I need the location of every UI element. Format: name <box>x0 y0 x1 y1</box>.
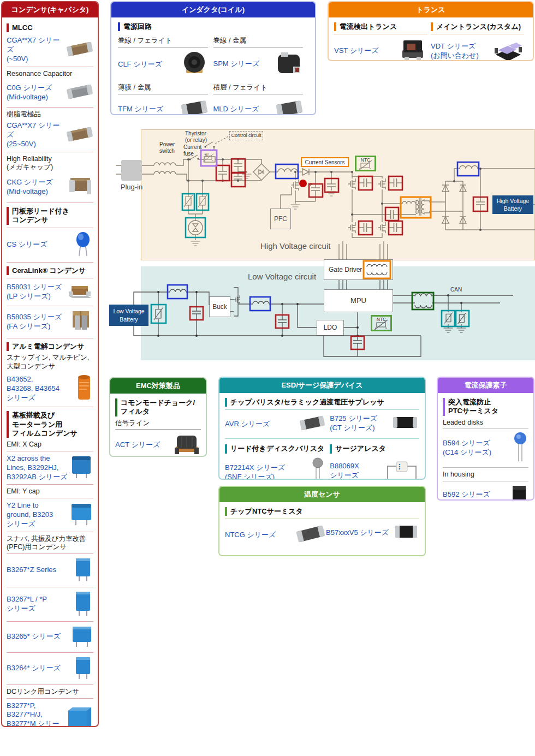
mlcc-gray-chip-image[interactable] <box>66 81 93 104</box>
link-b57xxxv5-series[interactable]: B57xxxV5 シリーズ <box>326 528 389 538</box>
divider <box>225 519 419 519</box>
divider <box>225 409 419 410</box>
list-item: B3264* シリーズ <box>7 654 93 683</box>
link-x2-b3292[interactable]: X2 across the Lines, B3292HJ, B3292AB シリ… <box>7 454 67 482</box>
link-b594-series[interactable]: B594 シリーズ (C14 シリーズ) <box>443 439 491 457</box>
surge-arrester-image[interactable] <box>384 457 419 480</box>
capacitors-panel-title: コンデンサ(キャパシタ) <box>2 2 98 17</box>
b725-varistor-image[interactable] <box>391 414 419 433</box>
divider <box>7 407 93 407</box>
list-item: B58035 シリーズ (FA シリーズ) <box>7 308 93 336</box>
link-ckg[interactable]: CKG シリーズ (Mid-voltage) <box>7 178 53 197</box>
aluminum-capacitor-image[interactable] <box>75 373 93 404</box>
label-thinfilm-metal: 薄膜 / 金属 <box>118 84 208 92</box>
transformers-panel: トランス 電流検出トランス VST シリーズ メイントランス(カスタム) VDT… <box>328 1 534 61</box>
tfm-inductor-image[interactable] <box>181 97 208 116</box>
mlcc-chip-image[interactable] <box>66 38 93 62</box>
label-snubber-pfc: スナバ, 共振及び力率改善 (PFC)用コンデンサ <box>7 535 93 552</box>
divider <box>7 338 93 338</box>
esd-panel: ESD/サージ保護デバイス チップバリスタ/セラミック過渡電圧サプレッサ AVR… <box>218 377 426 480</box>
link-b3277[interactable]: B3277*P, B3277*H/J, B3277*M シリーズ <box>7 701 65 727</box>
film-capacitor-image[interactable] <box>70 624 93 650</box>
disc-capacitor-image[interactable] <box>72 231 93 259</box>
section-chip-ntc: チップNTCサーミスタ <box>225 507 419 516</box>
link-b592-series[interactable]: B592 シリーズ (J2 シリーズ) <box>443 490 490 501</box>
link-tfm-series[interactable]: TFM シリーズ <box>118 105 163 114</box>
film-capacitor-image[interactable] <box>73 656 93 682</box>
mld-inductor-image[interactable] <box>276 97 303 116</box>
link-b72214x[interactable]: B72214X シリーズ (SNF シリーズ) <box>225 463 285 480</box>
link-b3264[interactable]: B3264* シリーズ <box>7 664 61 673</box>
mlcc-chip-image[interactable] <box>66 123 93 147</box>
link-cga-x7-50v[interactable]: CGA**X7 シリーズ (~50V) <box>7 36 66 64</box>
section-ceralink: CeraLink® コンデンサ <box>7 266 93 275</box>
link-b725-series[interactable]: B725 シリーズ (CT シリーズ) <box>330 414 377 433</box>
spm-inductor-image[interactable] <box>275 50 303 79</box>
film-capacitor-large-image[interactable] <box>65 705 93 727</box>
label-wound-ferrite: 巻線 / フェライト <box>118 37 208 45</box>
act-choke-image[interactable] <box>173 432 201 457</box>
link-avr-series[interactable]: AVR シリーズ <box>225 420 270 429</box>
film-capacitor-image[interactable] <box>69 502 93 528</box>
film-capacitor-image[interactable] <box>73 590 93 618</box>
disk-varistor-image[interactable] <box>310 457 325 480</box>
vdt-transformer-image[interactable] <box>492 37 524 61</box>
divider <box>7 652 93 653</box>
link-c0g[interactable]: C0G シリーズ (Mid-voltage) <box>7 84 52 102</box>
ceralink-lp-image[interactable] <box>66 282 93 302</box>
link-clf-series[interactable]: CLF シリーズ <box>118 60 162 69</box>
vst-transformer-image[interactable] <box>398 37 427 61</box>
avr-chip-image[interactable] <box>299 413 325 436</box>
b592-housing-image[interactable] <box>510 484 528 501</box>
label-signal-line: 信号ライン <box>115 419 201 428</box>
link-ntcg-series[interactable]: NTCG シリーズ <box>225 531 276 540</box>
label-resin-electrode: 樹脂電極品 <box>7 110 93 119</box>
divider <box>443 428 528 429</box>
link-vst-series[interactable]: VST シリーズ <box>334 46 379 56</box>
inductors-panel-title: インダクタ(コイル) <box>111 2 315 17</box>
link-b58035[interactable]: B58035 シリーズ (FA シリーズ) <box>7 313 62 331</box>
high-voltage-battery-label: High Voltage Battery <box>497 197 530 212</box>
divider <box>334 34 427 34</box>
b57-ntc-image[interactable] <box>393 523 419 543</box>
divider <box>7 698 93 699</box>
link-b58031[interactable]: B58031 シリーズ (LP シリーズ) <box>7 283 62 301</box>
film-capacitor-image[interactable] <box>73 557 93 584</box>
ckg-chip-image[interactable] <box>66 175 93 200</box>
link-spm-series[interactable]: SPM シリーズ <box>213 59 260 69</box>
link-b3265[interactable]: B3265* シリーズ <box>7 632 61 641</box>
link-b3267l-p[interactable]: B3267*L / *P シリーズ <box>7 595 47 614</box>
divider <box>7 684 93 685</box>
label-wound-metal: 巻線 / 金属 <box>213 37 304 45</box>
link-vdt-series[interactable]: VDT シリーズ (お問い合わせ) <box>431 42 479 61</box>
emc-panel: EMC対策製品 コモンモードチョーク/ フィルタ 信号ライン ACT シリーズ <box>109 377 207 457</box>
link-cs-series[interactable]: CS シリーズ <box>7 240 47 249</box>
b594-disk-image[interactable] <box>512 432 528 465</box>
thermal-mark-label: +t° <box>204 153 209 157</box>
divider <box>7 262 93 263</box>
ntcg-chip-image[interactable] <box>295 522 326 548</box>
product-selection-page: コンデンサ(キャパシタ) MLCC CGA**X7 シリーズ (~50V) Re… <box>0 0 535 756</box>
link-b88069x[interactable]: B88069X シリーズ <box>330 462 359 480</box>
film-capacitor-image[interactable] <box>69 454 93 481</box>
ldo-box: LDO <box>317 320 344 336</box>
list-item: B3267*L / *P シリーズ <box>7 589 93 620</box>
link-mld-series[interactable]: MLD シリーズ <box>213 105 259 114</box>
section-leaded-disk-varistor: リード付きディスクバリスタ <box>225 444 325 453</box>
list-item: Y2 Line to ground, B3203 シリーズ <box>7 500 93 530</box>
link-y2-b3203[interactable]: Y2 Line to ground, B3203 シリーズ <box>7 501 53 529</box>
section-power-circuit: 電源回路 <box>118 22 308 31</box>
ceralink-fa-image[interactable] <box>68 309 93 335</box>
section-main-transformer: メイントランス(カスタム) <box>431 22 524 31</box>
clf-inductor-image[interactable] <box>180 50 208 80</box>
link-cga-x7-25-50v[interactable]: CGA**X7 シリーズ (25~50V) <box>7 121 66 149</box>
plug-in-label: Plug-in <box>115 183 148 192</box>
divider <box>225 438 419 439</box>
link-b3267z[interactable]: B3267*Z Series <box>7 565 56 575</box>
link-b43652[interactable]: B43652, B43268, B43654 シリーズ <box>7 375 60 403</box>
link-act-series[interactable]: ACT シリーズ <box>115 440 160 450</box>
divider <box>213 47 304 47</box>
ntc-marker-hv: NTC <box>355 156 376 171</box>
can-label: CAN <box>450 287 462 293</box>
label-high-reliability: High Reliability (メガキャップ) <box>7 155 93 172</box>
